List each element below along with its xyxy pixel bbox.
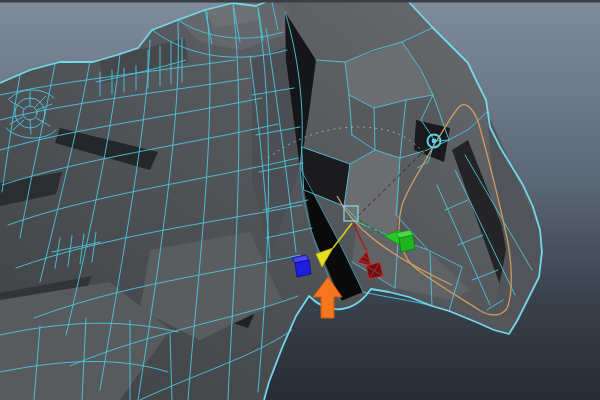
blue-cube-handle[interactable] <box>295 260 311 277</box>
viewport[interactable] <box>0 0 600 400</box>
viewport-canvas[interactable] <box>0 0 600 400</box>
window-top-edge <box>0 0 600 3</box>
manipulator-center-handle[interactable] <box>344 206 358 221</box>
